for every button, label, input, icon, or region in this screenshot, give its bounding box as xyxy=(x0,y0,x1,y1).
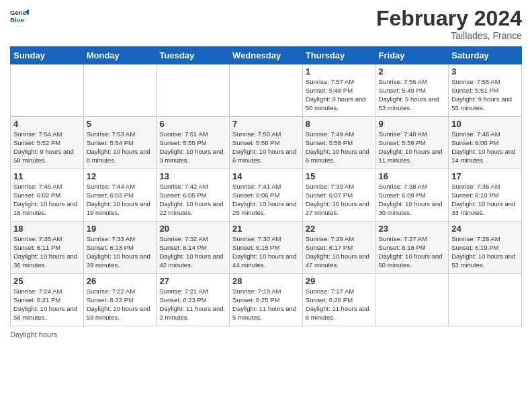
header-cell-saturday: Saturday xyxy=(449,47,522,64)
calendar-body: 1Sunrise: 7:57 AM Sunset: 5:48 PM Daylig… xyxy=(11,64,522,326)
day-number: 9 xyxy=(379,119,446,129)
day-number: 5 xyxy=(87,119,154,129)
day-info: Sunrise: 7:26 AM Sunset: 6:19 PM Dayligh… xyxy=(451,235,519,269)
day-number: 18 xyxy=(13,224,81,234)
day-cell: 11Sunrise: 7:45 AM Sunset: 6:02 PM Dayli… xyxy=(11,169,84,222)
day-number: 11 xyxy=(13,171,81,181)
week-row-1: 4Sunrise: 7:54 AM Sunset: 5:52 PM Daylig… xyxy=(11,117,522,169)
location: Taillades, France xyxy=(376,30,522,41)
day-cell xyxy=(375,274,449,326)
svg-text:Blue: Blue xyxy=(10,16,24,24)
day-number: 16 xyxy=(379,171,446,181)
day-cell xyxy=(230,64,303,117)
day-cell: 24Sunrise: 7:26 AM Sunset: 6:19 PM Dayli… xyxy=(449,222,522,274)
day-info: Sunrise: 7:17 AM Sunset: 6:26 PM Dayligh… xyxy=(306,287,373,322)
day-cell: 1Sunrise: 7:57 AM Sunset: 5:48 PM Daylig… xyxy=(302,64,375,117)
day-cell: 10Sunrise: 7:46 AM Sunset: 6:00 PM Dayli… xyxy=(449,117,522,169)
day-cell: 19Sunrise: 7:33 AM Sunset: 6:13 PM Dayli… xyxy=(83,222,157,274)
day-info: Sunrise: 7:50 AM Sunset: 5:56 PM Dayligh… xyxy=(232,130,300,165)
day-cell: 15Sunrise: 7:39 AM Sunset: 6:07 PM Dayli… xyxy=(302,169,375,222)
header-cell-monday: Monday xyxy=(83,47,157,64)
day-cell: 18Sunrise: 7:35 AM Sunset: 6:11 PM Dayli… xyxy=(11,222,84,274)
day-info: Sunrise: 7:24 AM Sunset: 6:21 PM Dayligh… xyxy=(13,287,81,322)
day-number: 29 xyxy=(306,276,373,286)
day-info: Sunrise: 7:21 AM Sunset: 6:23 PM Dayligh… xyxy=(159,287,226,322)
day-cell xyxy=(11,64,84,117)
daylight-label: Daylight hours xyxy=(10,330,57,338)
day-info: Sunrise: 7:39 AM Sunset: 6:07 PM Dayligh… xyxy=(306,183,373,217)
day-number: 3 xyxy=(451,66,519,77)
week-row-0: 1Sunrise: 7:57 AM Sunset: 5:48 PM Daylig… xyxy=(11,64,522,117)
day-cell xyxy=(157,64,230,117)
day-number: 4 xyxy=(13,119,81,129)
day-number: 27 xyxy=(159,276,226,286)
day-cell: 13Sunrise: 7:42 AM Sunset: 6:05 PM Dayli… xyxy=(157,169,230,222)
day-number: 17 xyxy=(451,171,519,181)
calendar-header: SundayMondayTuesdayWednesdayThursdayFrid… xyxy=(11,47,522,64)
day-cell: 25Sunrise: 7:24 AM Sunset: 6:21 PM Dayli… xyxy=(11,274,84,326)
day-info: Sunrise: 7:29 AM Sunset: 6:17 PM Dayligh… xyxy=(306,235,373,269)
day-cell: 17Sunrise: 7:36 AM Sunset: 6:10 PM Dayli… xyxy=(449,169,522,222)
day-info: Sunrise: 7:36 AM Sunset: 6:10 PM Dayligh… xyxy=(451,183,519,217)
day-cell: 7Sunrise: 7:50 AM Sunset: 5:56 PM Daylig… xyxy=(230,117,303,169)
logo: General Blue xyxy=(10,7,29,26)
day-number: 24 xyxy=(451,224,519,234)
day-number: 2 xyxy=(379,66,446,77)
day-cell: 27Sunrise: 7:21 AM Sunset: 6:23 PM Dayli… xyxy=(157,274,230,326)
day-number: 23 xyxy=(379,224,446,234)
day-number: 12 xyxy=(87,171,154,181)
calendar-table: SundayMondayTuesdayWednesdayThursdayFrid… xyxy=(10,46,522,326)
week-row-4: 25Sunrise: 7:24 AM Sunset: 6:21 PM Dayli… xyxy=(11,274,522,326)
footer: Daylight hours xyxy=(10,330,522,338)
day-info: Sunrise: 7:44 AM Sunset: 6:03 PM Dayligh… xyxy=(87,183,154,217)
day-cell: 29Sunrise: 7:17 AM Sunset: 6:26 PM Dayli… xyxy=(302,274,375,326)
day-info: Sunrise: 7:27 AM Sunset: 6:18 PM Dayligh… xyxy=(379,235,446,269)
title-block: February 2024 Taillades, France xyxy=(376,7,522,41)
header: General Blue February 2024 Taillades, Fr… xyxy=(10,7,522,41)
header-cell-friday: Friday xyxy=(375,47,449,64)
day-info: Sunrise: 7:54 AM Sunset: 5:52 PM Dayligh… xyxy=(13,130,81,165)
day-number: 6 xyxy=(159,119,226,129)
day-cell: 5Sunrise: 7:53 AM Sunset: 5:54 PM Daylig… xyxy=(83,117,157,169)
day-info: Sunrise: 7:51 AM Sunset: 5:55 PM Dayligh… xyxy=(159,130,226,165)
day-info: Sunrise: 7:42 AM Sunset: 6:05 PM Dayligh… xyxy=(159,183,226,217)
day-info: Sunrise: 7:48 AM Sunset: 5:59 PM Dayligh… xyxy=(379,130,446,165)
day-cell xyxy=(449,274,522,326)
day-cell: 2Sunrise: 7:56 AM Sunset: 5:49 PM Daylig… xyxy=(375,64,449,117)
header-cell-sunday: Sunday xyxy=(11,47,84,64)
day-number: 10 xyxy=(451,119,519,129)
week-row-3: 18Sunrise: 7:35 AM Sunset: 6:11 PM Dayli… xyxy=(11,222,522,274)
day-number: 19 xyxy=(87,224,154,234)
svg-text:General: General xyxy=(10,9,29,16)
day-cell: 28Sunrise: 7:19 AM Sunset: 6:25 PM Dayli… xyxy=(230,274,303,326)
page: General Blue February 2024 Taillades, Fr… xyxy=(0,0,532,411)
day-number: 13 xyxy=(159,171,226,181)
day-cell: 8Sunrise: 7:49 AM Sunset: 5:58 PM Daylig… xyxy=(302,117,375,169)
week-row-2: 11Sunrise: 7:45 AM Sunset: 6:02 PM Dayli… xyxy=(11,169,522,222)
header-cell-thursday: Thursday xyxy=(302,47,375,64)
month-title: February 2024 xyxy=(376,7,522,30)
day-number: 7 xyxy=(232,119,300,129)
day-number: 28 xyxy=(232,276,300,286)
day-cell: 9Sunrise: 7:48 AM Sunset: 5:59 PM Daylig… xyxy=(375,117,449,169)
day-info: Sunrise: 7:38 AM Sunset: 6:09 PM Dayligh… xyxy=(379,183,446,217)
day-cell: 3Sunrise: 7:55 AM Sunset: 5:51 PM Daylig… xyxy=(449,64,522,117)
day-number: 22 xyxy=(306,224,373,234)
day-info: Sunrise: 7:55 AM Sunset: 5:51 PM Dayligh… xyxy=(451,78,519,112)
day-number: 26 xyxy=(87,276,154,286)
day-cell: 20Sunrise: 7:32 AM Sunset: 6:14 PM Dayli… xyxy=(157,222,230,274)
day-number: 25 xyxy=(13,276,81,286)
day-cell xyxy=(83,64,157,117)
day-cell: 21Sunrise: 7:30 AM Sunset: 6:15 PM Dayli… xyxy=(230,222,303,274)
day-number: 21 xyxy=(232,224,300,234)
day-cell: 6Sunrise: 7:51 AM Sunset: 5:55 PM Daylig… xyxy=(157,117,230,169)
day-cell: 16Sunrise: 7:38 AM Sunset: 6:09 PM Dayli… xyxy=(375,169,449,222)
day-info: Sunrise: 7:57 AM Sunset: 5:48 PM Dayligh… xyxy=(306,78,373,112)
day-cell: 14Sunrise: 7:41 AM Sunset: 6:06 PM Dayli… xyxy=(230,169,303,222)
day-info: Sunrise: 7:35 AM Sunset: 6:11 PM Dayligh… xyxy=(13,235,81,269)
day-info: Sunrise: 7:53 AM Sunset: 5:54 PM Dayligh… xyxy=(87,130,154,165)
day-number: 20 xyxy=(159,224,226,234)
day-info: Sunrise: 7:19 AM Sunset: 6:25 PM Dayligh… xyxy=(232,287,300,322)
day-number: 15 xyxy=(306,171,373,181)
header-cell-tuesday: Tuesday xyxy=(157,47,230,64)
